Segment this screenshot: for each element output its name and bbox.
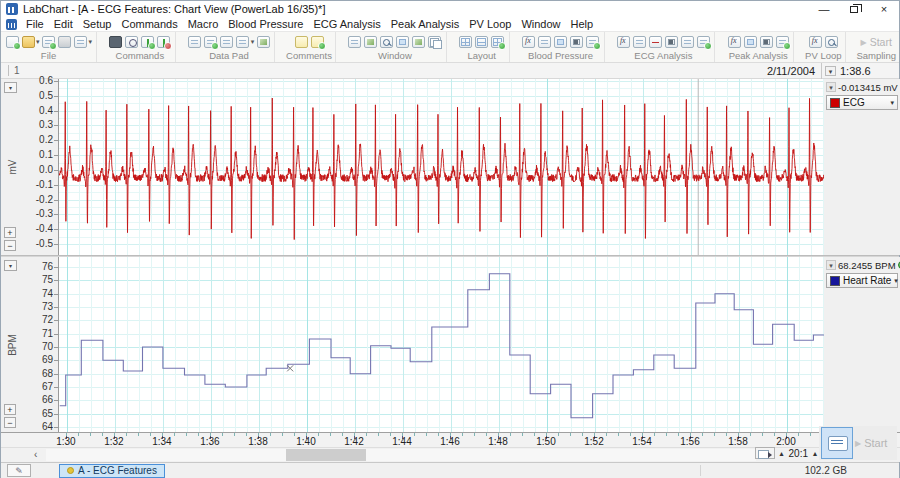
ecg-y-tick-label: -0.2 [36, 195, 53, 205]
menu-item-blood-pressure[interactable]: Blood Pressure [223, 18, 308, 30]
open-file-caret-icon[interactable]: ▾ [36, 38, 40, 46]
bp-pane-icon[interactable] [570, 36, 583, 48]
zoom-window-icon[interactable] [380, 36, 393, 48]
bp-view-icon[interactable] [554, 36, 567, 48]
menu-item-commands[interactable]: Commands [116, 18, 182, 30]
hr-zoom-in-button[interactable]: + [4, 404, 16, 415]
window-controls: — × [809, 1, 899, 17]
new-document-icon[interactable] [6, 36, 19, 48]
peak-pane-icon[interactable] [760, 36, 773, 48]
datapad-select-icon[interactable] [220, 36, 233, 48]
time-display: ▾ 1:38.6 [821, 63, 899, 79]
restore-button[interactable] [839, 1, 869, 17]
toolbar-group-ecg-analysis: ECG Analysis [612, 32, 715, 62]
dual-layout-icon[interactable] [475, 36, 488, 48]
ecg-settings-icon[interactable] [617, 36, 630, 48]
chart-window-icon[interactable] [364, 36, 377, 48]
go-to-end-button[interactable] [755, 447, 775, 459]
menu-item-setup[interactable]: Setup [78, 18, 117, 30]
export-caret-icon[interactable]: ▾ [89, 38, 93, 46]
menu-item-ecg-analysis[interactable]: ECG Analysis [308, 18, 385, 30]
scrollbar-track[interactable] [46, 449, 756, 461]
close-button[interactable]: × [869, 1, 899, 17]
menu-item-pv-loop[interactable]: PV Loop [464, 18, 516, 30]
start-sampling-button[interactable]: ▶ Start [855, 427, 897, 459]
ecg-value-options-button[interactable]: ▾ [826, 82, 836, 92]
compression-increase-button[interactable]: ▴ [813, 449, 817, 458]
ecg-y-tick-label: 0.3 [39, 120, 53, 130]
tile-windows-icon[interactable] [348, 36, 361, 48]
datapad-view-icon[interactable] [188, 36, 201, 48]
menu-items: FileEditSetupCommandsMacroBlood Pressure… [21, 18, 598, 30]
clear-selection-icon[interactable] [157, 36, 170, 48]
tab-ecg-features[interactable]: A - ECG Features [59, 464, 165, 478]
add-pane-icon[interactable] [491, 36, 504, 48]
hr-channel-caret-icon: ▾ [894, 277, 898, 285]
xy-window-icon[interactable] [412, 36, 425, 48]
bp-settings-icon[interactable] [522, 36, 535, 48]
scroll-mode-button[interactable] [821, 427, 853, 459]
toolbar-group-label: Commands [116, 50, 165, 61]
ecg-channel-selector[interactable]: ECG ▾ [826, 95, 898, 110]
toolbar-group-peak-analysis: Peak Analysis [723, 32, 794, 62]
peak-view-icon[interactable] [744, 36, 757, 48]
datapad-options-icon[interactable] [236, 36, 249, 48]
add-comment-icon[interactable] [295, 36, 308, 48]
hr-scale-menu-button[interactable]: ▾ [4, 260, 17, 271]
menu-item-help[interactable]: Help [566, 18, 599, 30]
add-to-datapad-icon[interactable] [204, 36, 217, 48]
time-options-button[interactable]: ▾ [825, 66, 836, 76]
goto-time-icon[interactable] [125, 36, 138, 48]
ecg-zoom-in-button[interactable]: + [4, 227, 16, 238]
toolbar-start-button[interactable]: ▶Start [861, 34, 892, 50]
save-file-icon[interactable] [42, 36, 55, 48]
document-icon[interactable] [6, 19, 17, 30]
find-icon[interactable] [109, 36, 122, 48]
scroll-left-icon[interactable]: ‹ [34, 449, 37, 460]
menu-item-file[interactable]: File [21, 18, 49, 30]
hr-plot-area[interactable] [58, 257, 823, 432]
peak-settings-icon[interactable] [728, 36, 741, 48]
selection-icon[interactable] [141, 36, 154, 48]
bp-run-icon[interactable] [586, 36, 599, 48]
peak-run-icon[interactable] [776, 36, 789, 48]
pv-settings-icon[interactable] [809, 36, 822, 48]
pv-view-icon[interactable] [825, 36, 838, 48]
minimize-button[interactable]: — [809, 1, 839, 17]
hr-channel-selector[interactable]: Heart Rate ▾ [826, 273, 898, 288]
hr-y-axis: 76757473727170696867666564 [28, 257, 58, 432]
ecg-plot-area[interactable] [58, 79, 823, 255]
annotation-icon[interactable]: ✎ [7, 464, 31, 477]
open-file-icon[interactable] [22, 36, 35, 48]
datapad-options-caret-icon[interactable]: ▾ [251, 38, 255, 46]
menu-item-window[interactable]: Window [516, 18, 565, 30]
export-icon[interactable] [74, 36, 87, 48]
toolbar-group-layout: Layout [455, 32, 510, 62]
ecg-average-icon[interactable] [649, 36, 662, 48]
ecg-zoom-out-button[interactable]: − [4, 240, 16, 251]
menu-item-peak-analysis[interactable]: Peak Analysis [386, 18, 464, 30]
datapad-graph-icon[interactable] [257, 36, 270, 48]
ecg-report-icon[interactable] [681, 36, 694, 48]
ecg-table-icon[interactable] [633, 36, 646, 48]
scope-window-icon[interactable] [396, 36, 409, 48]
ecg-current-value: -0.013415 mV [838, 82, 898, 93]
quad-layout-icon[interactable] [459, 36, 472, 48]
ecg-pane-icon[interactable] [665, 36, 678, 48]
compression-ratio[interactable]: 20:1 [789, 448, 808, 459]
ecg-y-tick-label: -0.1 [36, 180, 53, 190]
hr-value-options-button[interactable]: ▾ [826, 260, 836, 270]
comments-window-icon[interactable] [311, 36, 324, 48]
bp-table-icon[interactable] [538, 36, 551, 48]
duplicate-window-icon[interactable] [428, 36, 441, 48]
hr-color-swatch [830, 276, 840, 286]
menu-item-edit[interactable]: Edit [49, 18, 78, 30]
print-icon[interactable] [58, 36, 71, 48]
ecg-color-swatch [830, 98, 840, 108]
menu-item-macro[interactable]: Macro [183, 18, 224, 30]
hr-zoom-out-button[interactable]: − [4, 417, 16, 428]
compression-decrease-button[interactable]: ▴ [780, 449, 784, 458]
ecg-scale-menu-button[interactable]: ▾ [4, 82, 17, 93]
scrollbar-thumb[interactable] [286, 449, 366, 461]
ecg-run-icon[interactable] [697, 36, 710, 48]
